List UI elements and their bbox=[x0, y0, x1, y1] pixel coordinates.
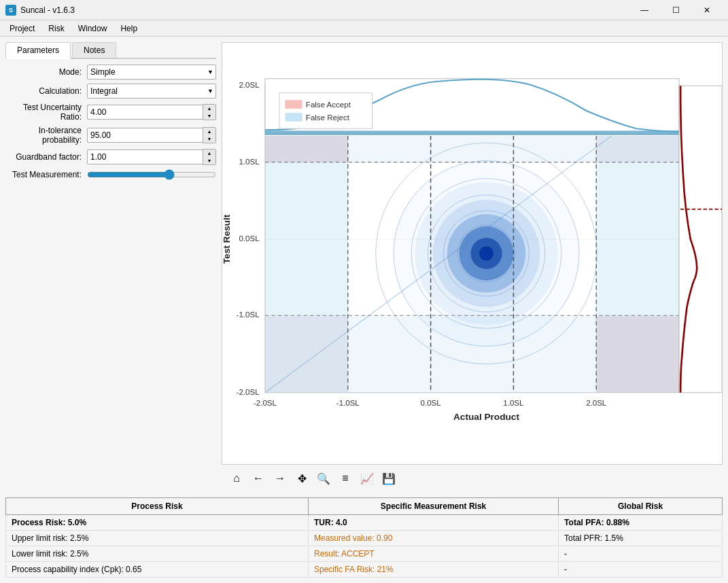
svg-text:0.0SL: 0.0SL bbox=[239, 234, 260, 243]
cell-process-risk-4: Process capability index (Cpk): 0.65 bbox=[6, 562, 309, 578]
svg-rect-61 bbox=[285, 113, 302, 122]
gb-up-btn[interactable]: ▲ bbox=[203, 149, 215, 157]
result-accept: Result: ACCEPT bbox=[314, 549, 375, 559]
menu-risk[interactable]: Risk bbox=[41, 22, 71, 35]
window-controls: — ☐ ✕ bbox=[629, 0, 723, 20]
calc-row: Calculation: Integral ▼ bbox=[5, 84, 216, 99]
main-content: Parameters Notes Mode: Simple ▼ Calculat… bbox=[0, 37, 728, 583]
svg-text:-2.0SL: -2.0SL bbox=[237, 388, 260, 396]
svg-text:-2.0SL: -2.0SL bbox=[254, 399, 277, 407]
title-bar: S Suncal - v1.6.3 — ☐ ✕ bbox=[0, 0, 728, 20]
header-global-risk: Global Risk bbox=[559, 498, 723, 515]
home-button[interactable]: ⌂ bbox=[227, 469, 246, 488]
itp-spinner-btns: ▲ ▼ bbox=[203, 127, 216, 143]
cell-specific-risk-1: TUR: 4.0 bbox=[309, 515, 559, 531]
tm-label: Test Measurement: bbox=[5, 170, 87, 179]
menu-help[interactable]: Help bbox=[114, 22, 144, 35]
gb-label: Guardband factor: bbox=[5, 152, 87, 162]
maximize-button[interactable]: ☐ bbox=[660, 0, 691, 20]
svg-text:1.0SL: 1.0SL bbox=[239, 158, 260, 166]
tab-parameters[interactable]: Parameters bbox=[5, 42, 71, 59]
chart-area: 2.0SL 1.0SL 0.0SL -1.0SL -2.0SL -2.0SL -… bbox=[222, 42, 723, 465]
minimize-button[interactable]: — bbox=[629, 0, 660, 20]
svg-text:1.0SL: 1.0SL bbox=[503, 399, 524, 407]
app-icon: S bbox=[5, 5, 16, 16]
app-title: Suncal - v1.6.3 bbox=[20, 5, 75, 15]
cell-global-risk-3: - bbox=[559, 546, 723, 562]
menu-project[interactable]: Project bbox=[3, 22, 41, 35]
svg-text:0.0SL: 0.0SL bbox=[421, 399, 442, 407]
tm-row: Test Measurement: bbox=[5, 169, 216, 180]
specific-fa-risk: Specific FA Risk: 21% bbox=[314, 565, 394, 574]
svg-text:False Accept: False Accept bbox=[306, 101, 351, 109]
mode-select-wrap: Simple ▼ bbox=[87, 65, 216, 80]
itp-input[interactable] bbox=[87, 128, 203, 143]
tab-bar: Parameters Notes bbox=[5, 42, 216, 59]
svg-point-27 bbox=[479, 247, 493, 261]
gb-spinner: ▲ ▼ bbox=[87, 149, 216, 165]
save-button[interactable]: 💾 bbox=[379, 469, 398, 488]
cell-global-risk-1: Total PFA: 0.88% bbox=[559, 515, 723, 531]
tur-row: Test Uncertainty Ratio: 4.00 ▲ ▼ bbox=[5, 103, 216, 122]
itp-row: In-tolerance probability: ▲ ▼ bbox=[5, 126, 216, 145]
cell-process-risk-2: Upper limit risk: 2.5% bbox=[6, 531, 309, 546]
right-panel: 2.0SL 1.0SL 0.0SL -1.0SL -2.0SL -2.0SL -… bbox=[222, 42, 723, 492]
settings-button[interactable]: ≡ bbox=[336, 469, 355, 488]
svg-text:-1.0SL: -1.0SL bbox=[237, 311, 260, 319]
toolbar: ⌂ ← → ✥ 🔍 ≡ 📈 💾 bbox=[222, 465, 723, 492]
tur-down-btn[interactable]: ▼ bbox=[203, 112, 215, 120]
svg-text:2.0SL: 2.0SL bbox=[239, 81, 260, 89]
results-table-wrap: Process Risk Specific Measurement Risk G… bbox=[0, 497, 728, 583]
left-panel: Parameters Notes Mode: Simple ▼ Calculat… bbox=[5, 42, 216, 492]
calc-select-wrap: Integral ▼ bbox=[87, 84, 216, 99]
itp-label: In-tolerance probability: bbox=[5, 126, 87, 145]
chart-svg: 2.0SL 1.0SL 0.0SL -1.0SL -2.0SL -2.0SL -… bbox=[222, 43, 722, 464]
tm-slider[interactable] bbox=[87, 169, 216, 180]
measured-value: Measured value: 0.90 bbox=[314, 533, 392, 543]
gb-input[interactable] bbox=[87, 149, 203, 164]
table-row: Upper limit risk: 2.5% Measured value: 0… bbox=[6, 531, 723, 546]
tur-input[interactable]: 4.00 bbox=[87, 105, 203, 120]
cell-specific-risk-2: Measured value: 0.90 bbox=[309, 531, 559, 546]
svg-text:-1.0SL: -1.0SL bbox=[336, 399, 360, 407]
svg-rect-43 bbox=[265, 130, 679, 135]
menu-bar: Project Risk Window Help bbox=[0, 20, 728, 37]
cell-global-risk-4: - bbox=[559, 562, 723, 578]
cell-global-risk-2: Total PFR: 1.5% bbox=[559, 531, 723, 546]
back-button[interactable]: ← bbox=[249, 469, 268, 488]
calc-label: Calculation: bbox=[5, 86, 87, 96]
svg-rect-59 bbox=[285, 100, 302, 109]
cell-specific-risk-3: Result: ACCEPT bbox=[309, 546, 559, 562]
calc-select[interactable]: Integral bbox=[87, 84, 216, 99]
svg-rect-58 bbox=[279, 93, 372, 129]
gb-row: Guardband factor: ▲ ▼ bbox=[5, 149, 216, 165]
itp-down-btn[interactable]: ▼ bbox=[203, 135, 215, 143]
zoom-button[interactable]: 🔍 bbox=[314, 469, 333, 488]
tur-up-btn[interactable]: ▲ bbox=[203, 105, 215, 112]
header-specific-risk: Specific Measurement Risk bbox=[309, 498, 559, 515]
table-row: Process capability index (Cpk): 0.65 Spe… bbox=[6, 562, 723, 578]
pan-button[interactable]: ✥ bbox=[292, 469, 311, 488]
table-row: Lower limit risk: 2.5% Result: ACCEPT - bbox=[6, 546, 723, 562]
menu-window[interactable]: Window bbox=[71, 22, 114, 35]
itp-up-btn[interactable]: ▲ bbox=[203, 128, 215, 135]
close-button[interactable]: ✕ bbox=[691, 0, 723, 20]
content-area: Parameters Notes Mode: Simple ▼ Calculat… bbox=[0, 37, 728, 497]
svg-text:Actual Product: Actual Product bbox=[453, 412, 519, 422]
cell-specific-risk-4: Specific FA Risk: 21% bbox=[309, 562, 559, 578]
gb-down-btn[interactable]: ▼ bbox=[203, 157, 215, 164]
forward-button[interactable]: → bbox=[271, 469, 290, 488]
svg-text:False Reject: False Reject bbox=[306, 113, 350, 122]
table-row: Process Risk: 5.0% TUR: 4.0 Total PFA: 0… bbox=[6, 515, 723, 531]
mode-select[interactable]: Simple bbox=[87, 65, 216, 80]
header-process-risk: Process Risk bbox=[6, 498, 309, 515]
cell-process-risk-1: Process Risk: 5.0% bbox=[6, 515, 309, 531]
tm-slider-wrap bbox=[87, 169, 216, 180]
chart-button[interactable]: 📈 bbox=[358, 469, 377, 488]
svg-text:Test Result: Test Result bbox=[222, 214, 232, 264]
tab-notes[interactable]: Notes bbox=[72, 42, 116, 58]
tur-label: Test Uncertainty Ratio: bbox=[5, 103, 87, 122]
cell-process-risk-3: Lower limit risk: 2.5% bbox=[6, 546, 309, 562]
mode-row: Mode: Simple ▼ bbox=[5, 65, 216, 80]
svg-text:2.0SL: 2.0SL bbox=[586, 399, 607, 407]
